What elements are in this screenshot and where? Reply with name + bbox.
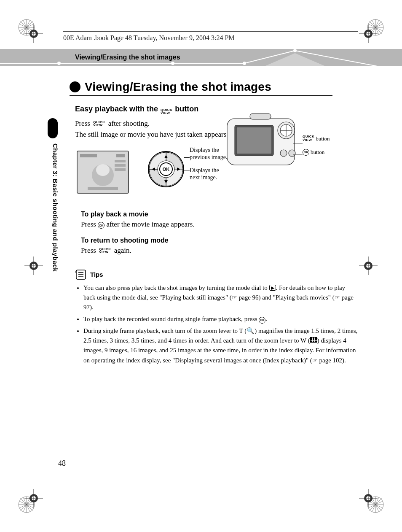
crosshair-icon [24,24,43,43]
registration-mark-icon [367,19,384,36]
svg-line-26 [19,501,34,508]
sub2-p: Press QUICK VIEW again. [81,246,358,255]
registration-mark-icon [18,19,35,36]
svg-line-33 [372,497,379,512]
main-heading: Viewing/Erasing the shot images [70,80,271,94]
svg-point-57 [366,496,370,500]
crosshair-icon [359,24,378,43]
svg-point-67 [243,62,246,65]
svg-line-5 [23,20,30,35]
svg-point-18 [19,497,35,513]
svg-line-25 [19,501,34,508]
section-header-band: Viewing/Erasing the shot images [0,49,402,73]
svg-text:OK: OK [163,167,170,172]
svg-line-35 [368,501,383,508]
tip-item: To play back the recorded sound during s… [83,314,358,324]
svg-point-37 [32,32,36,36]
svg-rect-75 [115,164,126,167]
svg-point-45 [32,264,36,268]
chapter-label: Chapter 3: Basic shooting and playback [52,143,59,272]
svg-rect-73 [116,154,125,157]
header-band-label: Viewing/Erasing the shot images [75,54,180,61]
section1-p1: Press QUICK VIEW after shooting. [75,119,358,128]
tips-label: Tips [90,271,103,278]
page-frame-header: 00E Adam .book Page 48 Tuesday, November… [63,31,358,43]
callout-previous-image: Displays the previous image. [190,146,228,161]
pointer-reference-icon: ☞ [312,357,318,364]
heading-underline [70,95,332,96]
svg-rect-72 [80,154,97,157]
svg-point-68 [293,49,297,52]
svg-line-22 [20,498,32,510]
svg-rect-87 [236,127,272,154]
svg-line-15 [372,20,379,35]
svg-rect-74 [115,160,126,162]
svg-point-44 [29,262,38,270]
svg-point-49 [366,264,370,268]
svg-line-3 [20,21,32,33]
svg-line-16 [368,24,383,31]
svg-line-30 [369,498,381,510]
svg-point-53 [32,496,36,500]
heading-bullet-icon [70,81,80,92]
magnify-icon: 🔍 [247,327,255,334]
svg-line-17 [368,24,383,31]
svg-point-56 [364,494,373,502]
tip-item: During single frame playback, each turn … [83,326,358,365]
svg-point-0 [19,19,35,35]
crosshair-icon [24,489,43,508]
chapter-tab [48,118,58,138]
tips-list: You can also press play back the shot im… [75,283,358,365]
svg-line-32 [372,497,379,512]
pointer-reference-icon: ☞ [232,294,237,301]
camera-illustration [225,111,303,174]
svg-point-65 [57,62,61,65]
svg-line-12 [369,21,381,33]
svg-line-24 [23,497,30,512]
svg-line-23 [23,497,30,512]
pointer-reference-icon: ☞ [335,294,340,301]
camera-label-ok: OK button [303,149,324,156]
page-header-text: 00E Adam .book Page 48 Tuesday, November… [63,34,235,41]
index-grid-icon [310,337,317,343]
svg-line-31 [369,498,381,510]
section-title-pre: Easy playback with the [75,105,158,113]
sample-image-thumbnail [77,151,129,194]
diagram-row: OK Displays the previous image. Displays… [75,148,358,203]
svg-line-4 [20,21,32,33]
crosshair-icon [359,257,378,275]
section-title-post: button [175,105,198,113]
svg-line-7 [19,24,34,31]
svg-point-27 [367,497,383,513]
camera-label-quickview: QUICK VIEW button [303,135,330,142]
tips-heading: Tips [75,269,358,281]
sub1-p: Press OK after the movie image appears. [81,220,358,229]
svg-rect-94 [250,113,271,119]
section-title-easy-playback: Easy playback with the QUICK VIEW button [75,105,358,115]
ok-button-icon: OK [98,222,105,229]
playback-mode-icon: ▶ [269,285,276,291]
svg-line-8 [19,24,34,31]
svg-point-66 [171,62,174,65]
crosshair-icon [359,489,378,508]
page-number: 48 [58,459,66,468]
quick-view-icon: QUICK VIEW [161,108,172,114]
svg-point-36 [29,30,38,38]
quick-view-icon: QUICK VIEW [93,121,105,127]
svg-point-93 [289,150,295,157]
note-icon [75,269,87,281]
svg-rect-76 [115,168,126,171]
callout-next-image: Displays the next image. [190,167,228,181]
svg-line-14 [372,20,379,35]
svg-line-6 [23,20,30,35]
registration-mark-icon [18,496,35,513]
registration-mark-icon [367,496,384,513]
svg-point-92 [280,150,287,157]
svg-point-52 [29,494,38,502]
svg-line-13 [369,21,381,33]
tip-item: You can also press play back the shot im… [83,283,358,313]
quick-view-icon: QUICK VIEW [99,248,111,254]
svg-point-40 [364,30,373,38]
arrow-pad-icon: OK [147,151,185,188]
svg-point-71 [96,164,110,176]
